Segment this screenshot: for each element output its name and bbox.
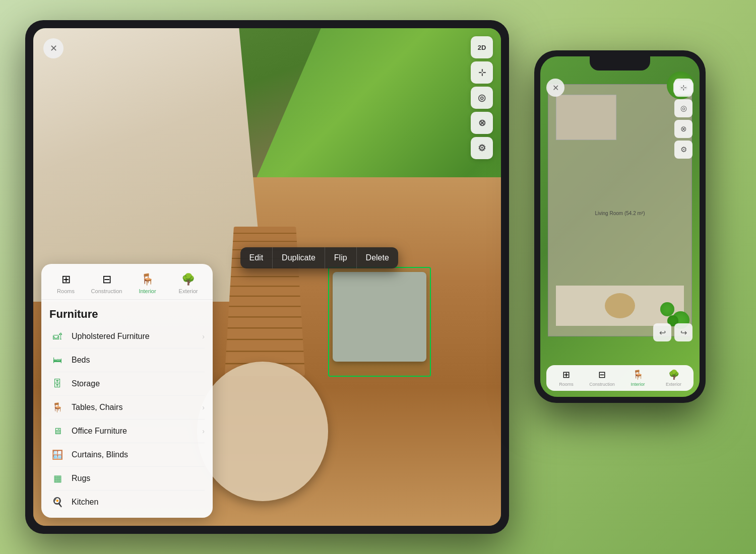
upholstered-label: Upholstered Furniture [72, 332, 202, 341]
edit-button[interactable]: Edit [240, 247, 273, 268]
ipad-device: Edit Duplicate Flip Delete ✕ 2D ⊹ ◎ ⊗ ⚙ [25, 20, 509, 534]
furniture-item-upholstered[interactable]: 🛋 Upholstered Furniture › [49, 325, 205, 349]
iphone-tab-interior[interactable]: 🪑 Interior [620, 369, 656, 387]
ipad-top-bar: ✕ [43, 38, 64, 58]
kitchen-icon: 🍳 [49, 497, 66, 508]
furniture-item-kitchen[interactable]: 🍳 Kitchen [49, 491, 205, 514]
construction-tab-label: Construction [91, 288, 122, 294]
tab-exterior[interactable]: 🌳 Exterior [168, 270, 209, 297]
tab-bar: ⊞ Rooms ⊟ Construction 🪑 Interior 🌳 Exte… [41, 264, 213, 300]
redo-button[interactable]: ↪ [674, 323, 692, 341]
beds-label: Beds [72, 356, 205, 365]
upholstered-chevron: › [202, 332, 205, 340]
fullscreen-icon[interactable]: ⊹ [471, 61, 493, 84]
iphone-right-toolbar: ⊹ ◎ ⊗ ⚙ [674, 79, 692, 159]
iphone-top-bar: ✕ 3D [546, 79, 694, 97]
kitchen-label: Kitchen [72, 498, 205, 507]
tab-interior[interactable]: 🪑 Interior [127, 270, 168, 297]
upholstered-icon: 🛋 [49, 331, 66, 342]
settings-icon[interactable]: ⚙ [471, 137, 493, 159]
office-chevron: › [202, 427, 205, 435]
iphone-tab-rooms[interactable]: ⊞ Rooms [548, 369, 584, 387]
ipad-bottom-panel: ⊞ Rooms ⊟ Construction 🪑 Interior 🌳 Exte… [41, 264, 213, 518]
iphone-exterior-icon: 🌳 [668, 369, 679, 380]
iphone-exterior-label: Exterior [666, 382, 681, 387]
office-label: Office Furniture [72, 427, 202, 436]
undo-redo-bar: ↩ ↪ [653, 323, 692, 341]
iphone-interior-icon: 🪑 [633, 369, 644, 380]
duplicate-button[interactable]: Duplicate [272, 247, 325, 268]
interior-tab-icon: 🪑 [141, 273, 154, 286]
furniture-item-tables[interactable]: 🪑 Tables, Chairs › [49, 396, 205, 420]
furniture-panel: Furniture 🛋 Upholstered Furniture › 🛏 Be… [41, 300, 213, 518]
close-button-ipad[interactable]: ✕ [43, 38, 64, 58]
tab-construction[interactable]: ⊟ Construction [86, 270, 127, 297]
furniture-item-rugs[interactable]: ▦ Rugs [49, 467, 205, 491]
rugs-icon: ▦ [49, 473, 66, 484]
furniture-item-beds[interactable]: 🛏 Beds [49, 349, 205, 372]
iphone-fullscreen-icon[interactable]: ⊹ [674, 79, 692, 97]
exterior-tab-label: Exterior [179, 288, 198, 294]
context-menu: Edit Duplicate Flip Delete [240, 247, 398, 268]
furniture-item-office[interactable]: 🖥 Office Furniture › [49, 420, 205, 443]
iphone-tab-bar: ⊞ Rooms ⊟ Construction 🪑 Interior 🌳 Exte… [546, 365, 694, 391]
rugs-label: Rugs [72, 474, 205, 483]
2d-view-button[interactable]: 2D [471, 36, 493, 58]
tables-icon: 🪑 [49, 402, 66, 413]
beds-icon: 🛏 [49, 355, 66, 366]
camera-icon[interactable]: ◎ [471, 87, 493, 109]
ipad-screen: Edit Duplicate Flip Delete ✕ 2D ⊹ ◎ ⊗ ⚙ [33, 28, 501, 526]
iphone-rooms-label: Rooms [559, 382, 574, 387]
iphone-interior-label: Interior [631, 382, 645, 387]
undo-button[interactable]: ↩ [653, 323, 671, 341]
storage-label: Storage [72, 379, 205, 388]
storage-icon: 🗄 [49, 378, 66, 389]
furniture-item-curtains[interactable]: 🪟 Curtains, Blinds [49, 443, 205, 467]
close-button-iphone[interactable]: ✕ [546, 79, 564, 97]
curtains-icon: 🪟 [49, 449, 66, 460]
room-label: Living Room (54.2 m²) [595, 211, 645, 294]
delete-button[interactable]: Delete [356, 247, 398, 268]
iphone-construction-label: Construction [589, 382, 615, 387]
dining-area [197, 362, 328, 501]
sofa-selection[interactable] [328, 267, 431, 376]
rooms-tab-icon: ⊞ [61, 273, 71, 286]
tables-label: Tables, Chairs [72, 403, 202, 412]
interior-tab-label: Interior [139, 288, 156, 294]
exterior-tab-icon: 🌳 [181, 273, 195, 286]
layers-icon[interactable]: ⊗ [471, 112, 493, 134]
furniture-item-storage[interactable]: 🗄 Storage [49, 372, 205, 396]
ipad-right-toolbar: 2D ⊹ ◎ ⊗ ⚙ [471, 36, 493, 159]
construction-tab-icon: ⊟ [102, 273, 111, 286]
curtains-label: Curtains, Blinds [72, 450, 205, 459]
iphone-notch [590, 56, 650, 71]
iphone-tab-construction[interactable]: ⊟ Construction [584, 369, 620, 387]
tab-rooms[interactable]: ⊞ Rooms [45, 270, 86, 297]
fp-inner-room [556, 95, 616, 140]
rooms-tab-label: Rooms [57, 288, 75, 294]
fp-table [605, 293, 635, 318]
iphone-settings-icon[interactable]: ⚙ [674, 141, 692, 159]
iphone-construction-icon: ⊟ [598, 369, 606, 380]
fp-room-outer: Living Room (54.2 m²) [548, 84, 692, 336]
iphone-tab-exterior[interactable]: 🌳 Exterior [656, 369, 691, 387]
furniture-title: Furniture [49, 308, 205, 321]
iphone-rooms-icon: ⊞ [562, 369, 570, 380]
shrub-2 [660, 302, 674, 316]
office-icon: 🖥 [49, 426, 66, 437]
iphone-camera-icon[interactable]: ◎ [674, 99, 692, 117]
iphone-layers-icon[interactable]: ⊗ [674, 120, 692, 138]
iphone-device: Living Room (54.2 m²) ✕ 3D ⊹ ◎ ⊗ ⚙ [534, 50, 706, 403]
iphone-screen: Living Room (54.2 m²) ✕ 3D ⊹ ◎ ⊗ ⚙ [540, 56, 700, 397]
main-scene: Edit Duplicate Flip Delete ✕ 2D ⊹ ◎ ⊗ ⚙ [0, 0, 756, 554]
flip-button[interactable]: Flip [325, 247, 356, 268]
tables-chevron: › [202, 403, 205, 411]
